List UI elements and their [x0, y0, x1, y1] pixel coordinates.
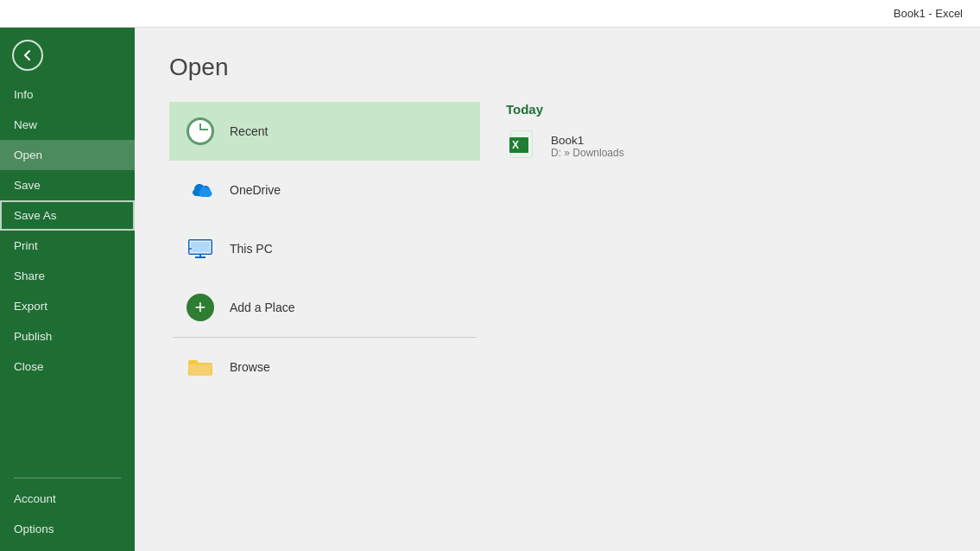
sidebar-item-new[interactable]: New	[0, 110, 135, 140]
sidebar-nav: Info New Open Save Save As Print Share E…	[0, 79, 135, 551]
sidebar-bottom: Account Options	[0, 472, 135, 551]
recent-label: Recent	[230, 124, 268, 138]
add-place-icon: +	[183, 290, 218, 325]
recent-icon	[183, 114, 218, 149]
add-place-label: Add a Place	[230, 301, 295, 314]
location-browse[interactable]: Browse	[169, 338, 480, 396]
file-name: Book1	[551, 134, 624, 147]
content-area: Open Recent	[135, 28, 980, 551]
recent-file-book1[interactable]: X Book1 D: » Downloads	[506, 125, 920, 167]
page-title: Open	[169, 54, 945, 81]
sidebar-item-options[interactable]: Options	[0, 514, 135, 544]
sidebar-item-publish[interactable]: Publish	[0, 321, 135, 352]
browse-icon	[183, 350, 218, 384]
file-path: D: » Downloads	[551, 147, 624, 159]
title-bar: Book1 - Excel	[0, 0, 980, 28]
svg-rect-4	[191, 242, 210, 252]
sidebar-item-save[interactable]: Save	[0, 170, 135, 200]
sidebar-item-export[interactable]: Export	[0, 291, 135, 321]
location-recent[interactable]: Recent	[169, 102, 480, 161]
browse-label: Browse	[230, 360, 270, 374]
location-this-pc[interactable]: This PC	[169, 219, 480, 278]
svg-text:X: X	[512, 139, 519, 151]
recent-section-today: Today	[506, 102, 920, 117]
sidebar-item-share[interactable]: Share	[0, 261, 135, 291]
location-add-place[interactable]: + Add a Place	[169, 278, 480, 337]
sidebar: Info New Open Save Save As Print Share E…	[0, 28, 135, 551]
main-layout: Info New Open Save Save As Print Share E…	[0, 28, 980, 551]
location-onedrive[interactable]: OneDrive	[169, 161, 480, 219]
sidebar-item-close[interactable]: Close	[0, 352, 135, 382]
excel-file-icon: X	[509, 130, 541, 162]
sidebar-item-print[interactable]: Print	[0, 231, 135, 261]
location-list: Recent OneDrive	[169, 102, 480, 525]
sidebar-item-info[interactable]: Info	[0, 79, 135, 110]
onedrive-icon	[183, 173, 218, 207]
sidebar-divider	[14, 478, 121, 478]
sidebar-item-account[interactable]: Account	[0, 484, 135, 514]
window-title: Book1 - Excel	[894, 7, 963, 20]
back-button[interactable]	[7, 35, 48, 76]
back-arrow-icon	[12, 40, 43, 71]
onedrive-label: OneDrive	[230, 183, 281, 197]
file-info: Book1 D: » Downloads	[551, 134, 624, 159]
this-pc-label: This PC	[230, 242, 273, 256]
sidebar-item-save-as[interactable]: Save As	[0, 200, 135, 231]
recent-panel: Today X Book1 D: » Downloads	[480, 102, 945, 525]
sidebar-item-open[interactable]: Open	[0, 140, 135, 170]
open-panel: Recent OneDrive	[169, 102, 945, 525]
this-pc-icon	[183, 231, 218, 266]
